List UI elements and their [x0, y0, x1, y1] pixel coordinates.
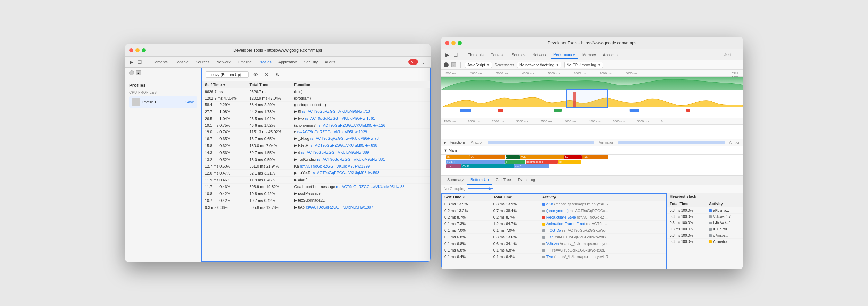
flame-block[interactable]: t9	[446, 155, 470, 159]
flame-block[interactable]: Oda	[520, 155, 564, 159]
perf-record-button[interactable]	[444, 62, 449, 67]
right-inspect-icon[interactable]: ☐	[452, 51, 459, 58]
activity-link[interactable]: aKb	[546, 202, 553, 206]
maximize-button[interactable]	[142, 48, 146, 52]
tab-call-tree[interactable]: Call Tree	[492, 176, 515, 185]
activity-link[interactable]: TVe	[546, 255, 553, 259]
network-throttle-dropdown[interactable]: No network throttling ▼	[517, 62, 561, 68]
right-tab-performance[interactable]: Performance	[551, 51, 578, 59]
heaviest-row[interactable]: 0.3 ms 100.0%Animation	[667, 239, 743, 245]
function-link[interactable]: rs=ACT9oGqRZGG...VKUlqM95Hw:389	[301, 150, 369, 154]
activity-link[interactable]: (anonymous)	[546, 209, 569, 213]
function-link[interactable]: rs=ACT9oGqRZGG...VKUlqM95Hw:593	[312, 171, 379, 175]
view-select[interactable]: Heavy (Bottom Up)	[206, 71, 249, 78]
save-button[interactable]: Save	[185, 100, 194, 104]
activity-link[interactable]: _.CG.Da	[546, 228, 561, 232]
table-row[interactable]: 11.9 ms 0.46%11.9 ms 0.46%▶ atan2	[202, 177, 430, 184]
cpu-throttle-dropdown[interactable]: No CPU throttling ▼	[564, 62, 603, 68]
activity-link[interactable]: Animation Frame Fired	[546, 222, 585, 226]
table-row[interactable]: 12.7 ms 0.50%561.0 ms 21.94%Ka rs=ACT9oG…	[202, 163, 430, 170]
error-badge[interactable]: ✕ 1	[408, 59, 418, 65]
function-link[interactable]: rs=ACT9oGqRZGG...wVKUlqM95Hw:78	[310, 136, 379, 141]
bottom-table-row[interactable]: 0.1 ms 6.8%0.1 ms 6.8%_.ji rs=ACT9oGqRZG…	[442, 247, 666, 254]
table-row[interactable]: 19.1 ms 0.75%46.6 ms 1.82%(anonymous) rs…	[202, 122, 430, 129]
flame-block-3[interactable]: _.H	[446, 164, 461, 168]
table-row[interactable]: 27.7 ms 1.08%44.2 ms 1.73%▶ t9 rs=ACT9oG…	[202, 108, 430, 115]
table-row[interactable]: 15.8 ms 0.62%180.0 ms 7.04%▶ F1e.R rs=AC…	[202, 142, 430, 149]
function-link[interactable]: rs=ACT9oGqRZGG...VKUlqM95Hw:838	[309, 143, 377, 147]
screenshots-toggle[interactable]: Screenshots	[495, 63, 514, 67]
table-row[interactable]: 12.0 ms 0.47%82.1 ms 3.21%▶ _.rYe.R rs=A…	[202, 170, 430, 177]
function-link[interactable]: rs=ACT9oGqRZGG...VKUlqM95Hw:1661	[305, 116, 375, 120]
profile-item-1[interactable]: Profile 1 Save	[129, 96, 197, 108]
table-row[interactable]: 10.8 ms 0.42%10.8 ms 0.42%▶ postMessage	[202, 190, 430, 197]
cursor-icon[interactable]: ▶	[128, 59, 135, 66]
function-link[interactable]: rs=ACT9oGqRZGG...wVKUlqM95Hw:88	[336, 185, 404, 189]
tab-security[interactable]: Security	[301, 59, 321, 66]
stop-button[interactable]: ■	[136, 70, 141, 75]
flame-block-3[interactable]: atan2	[514, 164, 549, 168]
tab-timeline[interactable]: Timeline	[235, 59, 254, 66]
interactions-label[interactable]: ▶ Interactions	[444, 141, 465, 144]
minimize-button[interactable]	[135, 48, 140, 52]
bottom-table-row[interactable]: 0.1 ms 6.4%0.1 ms 6.4%TVe /maps/_/js/k=m…	[442, 254, 666, 260]
refresh-icon[interactable]: ↻	[274, 70, 282, 79]
heaviest-col-activity[interactable]: Activity	[706, 200, 743, 207]
flame-block[interactable]: uAb	[582, 155, 608, 159]
table-row[interactable]: 13.2 ms 0.52%15.0 ms 0.59%▶ _.gK.index r…	[202, 156, 430, 163]
tab-profiles[interactable]: Profiles	[256, 59, 274, 66]
inspect-icon[interactable]: ☐	[136, 59, 143, 66]
table-row[interactable]: 58.4 ms 2.29%58.4 ms 2.29%(garbage colle…	[202, 102, 430, 108]
activity-link[interactable]: _.zp	[546, 235, 554, 239]
function-link[interactable]: rs=ACT9oGqRZGG...VKUlqM95Hw:126	[317, 123, 385, 127]
more-icon[interactable]: ⋮	[419, 59, 428, 65]
heaviest-col-total[interactable]: Total Time	[667, 200, 706, 207]
tab-event-log[interactable]: Event Log	[515, 176, 539, 185]
heaviest-row[interactable]: 0.3 ms 100.0%iL.Ga rs=...	[667, 226, 743, 232]
flame-block-2[interactable]: F1e.R	[446, 160, 505, 164]
tab-network[interactable]: Network	[214, 59, 233, 66]
function-link[interactable]: rs=ACT9oGqRZGG...VKUlqM95Hw:713	[302, 109, 370, 113]
flame-block-2[interactable]: d	[505, 160, 526, 164]
table-row[interactable]: 9626.7 ms9626.7 ms(idle)	[202, 88, 430, 95]
right-tab-console[interactable]: Console	[488, 51, 507, 58]
table-row[interactable]: 19.0 ms 0.74%1151.3 ms 45.02%c rs=ACT9oG…	[202, 129, 430, 135]
close-button[interactable]	[129, 48, 133, 52]
table-row[interactable]: 1202.9 ms 47.04%1202.9 ms 47.04%(program…	[202, 95, 430, 102]
right-tab-elements[interactable]: Elements	[465, 51, 486, 58]
table-row[interactable]: 10.7 ms 0.42%10.7 ms 0.42%▶ texSubImage2…	[202, 197, 430, 204]
right-tab-application[interactable]: Application	[600, 51, 625, 58]
table-row[interactable]: 26.5 ms 1.04%26.5 ms 1.04%▶ fwb rs=ACT9o…	[202, 115, 430, 122]
right-tab-sources[interactable]: Sources	[509, 51, 528, 58]
bottom-table-row[interactable]: 0.1 ms 6.8%0.3 ms 13.6%_.zp rs=ACT9oGqRZ…	[442, 234, 666, 240]
col-self-time[interactable]: Self Time	[202, 81, 247, 88]
right-close-button[interactable]	[445, 41, 449, 45]
table-row[interactable]: 9.3 ms 0.36%505.8 ms 19.78%▶ uAb rs=ACT9…	[202, 204, 430, 211]
flame-block[interactable]: c	[506, 155, 520, 159]
col-total-time[interactable]: Total Time	[247, 81, 292, 88]
right-tab-network[interactable]: Network	[530, 51, 549, 58]
bottom-table-row[interactable]: 0.2 ms 13.2%0.7 ms 38.4%(anonymous) rs=A…	[442, 207, 666, 214]
close-icon[interactable]: ✕	[262, 70, 271, 79]
function-link[interactable]: rs=ACT9oGqRZGG...VKUlqM95Hw:381	[317, 157, 385, 161]
col-bottom-self[interactable]: Self Time	[442, 194, 491, 201]
tab-summary[interactable]: Summary	[444, 176, 467, 185]
col-function[interactable]: Function	[291, 81, 430, 88]
javascript-dropdown[interactable]: JavaScript ▼	[465, 62, 492, 68]
activity-link[interactable]: Recalculate Style	[546, 215, 576, 219]
right-cursor-icon[interactable]: ▶	[444, 51, 451, 58]
activity-link[interactable]: VJb.wa	[546, 241, 559, 246]
flame-block-3[interactable]: rYe.R	[461, 164, 514, 168]
flame-block-2[interactable]: postMessage	[526, 160, 558, 164]
main-label[interactable]: ▼ Main	[444, 148, 457, 152]
table-row[interactable]: 16.7 ms 0.65%16.7 ms 0.65%▶ _.H.og rs=AC…	[202, 135, 430, 142]
col-bottom-activity[interactable]: Activity	[540, 194, 666, 201]
tab-sources[interactable]: Sources	[193, 59, 212, 66]
function-link[interactable]: rs=ACT9oGqRZGG...VKUlqM95Hw:1929	[297, 130, 367, 134]
flame-chart-area[interactable]: t9 Ka c Oda fwb uAb F1e.R d postMessage …	[441, 155, 743, 176]
right-more-icon[interactable]: ⋮	[732, 51, 740, 58]
function-link[interactable]: rs=ACT9oGqRZGG...KUlqM95Hw:1807	[306, 205, 373, 209]
tab-bottom-up[interactable]: Bottom-Up	[467, 176, 492, 185]
timeline-tracks[interactable]	[441, 77, 743, 118]
heaviest-row[interactable]: 0.3 ms 100.0%aKb /ma...	[667, 207, 743, 214]
